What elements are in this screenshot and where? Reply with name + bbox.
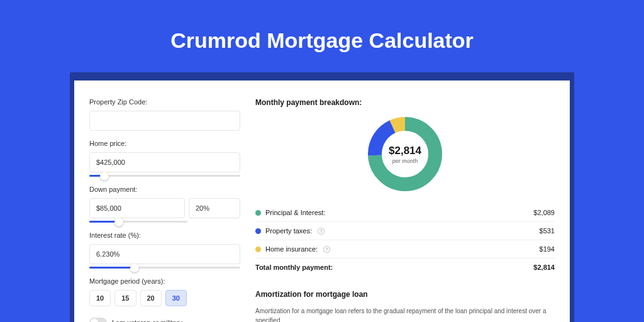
period-30-button[interactable]: 30 — [165, 290, 187, 306]
amortization-text: Amortization for a mortgage loan refers … — [255, 306, 555, 322]
zip-label: Property Zip Code: — [89, 98, 240, 106]
legend-label-principal: Principal & Interest: — [265, 209, 325, 216]
period-10-button[interactable]: 10 — [89, 290, 111, 306]
donut-amount: $2,814 — [389, 145, 421, 157]
period-button-group: 10 15 20 30 — [89, 290, 240, 306]
donut-center: $2,814 per month — [389, 145, 421, 164]
down-payment-label: Down payment: — [89, 186, 240, 193]
donut-chart: $2,814 per month — [367, 116, 443, 192]
donut-sub: per month — [389, 158, 421, 164]
down-payment-input[interactable] — [89, 198, 185, 218]
calculator-card: Property Zip Code: Home price: Down paym… — [74, 80, 570, 322]
down-payment-slider-thumb[interactable] — [114, 218, 123, 226]
home-price-label: Home price: — [89, 140, 240, 147]
legend-row-principal: Principal & Interest: $2,089 — [255, 204, 555, 222]
down-payment-group: Down payment: — [89, 186, 240, 223]
legend-dot-insurance — [255, 247, 261, 252]
down-payment-pct-input[interactable] — [189, 198, 240, 218]
legend-label-total: Total monthly payment: — [255, 264, 333, 271]
period-15-button[interactable]: 15 — [114, 290, 136, 306]
legend-label-taxes: Property taxes: — [265, 227, 312, 235]
legend-value-total: $2,814 — [533, 264, 555, 271]
legend-row-total: Total monthly payment: $2,814 — [255, 258, 555, 276]
mortgage-period-group: Mortgage period (years): 10 15 20 30 — [89, 277, 240, 306]
legend-value-taxes: $531 — [540, 227, 555, 235]
legend-row-taxes: Property taxes: ? $531 — [255, 222, 555, 240]
breakdown-title: Monthly payment breakdown: — [255, 98, 555, 107]
donut-chart-wrap: $2,814 per month — [255, 116, 555, 192]
legend-value-principal: $2,089 — [533, 209, 555, 216]
interest-rate-slider[interactable] — [89, 267, 240, 269]
interest-rate-label: Interest rate (%): — [89, 231, 240, 239]
veteran-toggle-row: I am veteran or military — [89, 318, 240, 322]
amortization-section: Amortization for mortgage loan Amortizat… — [255, 290, 555, 322]
veteran-toggle-thumb — [91, 319, 98, 322]
home-price-input[interactable] — [89, 152, 240, 172]
zip-field-group: Property Zip Code: — [89, 98, 240, 131]
help-icon[interactable]: ? — [323, 246, 330, 253]
mortgage-period-label: Mortgage period (years): — [89, 277, 240, 285]
veteran-toggle-label: I am veteran or military — [112, 319, 182, 322]
amortization-title: Amortization for mortgage loan — [255, 290, 555, 299]
legend-label-insurance: Home insurance: — [265, 245, 318, 253]
interest-rate-input[interactable] — [89, 244, 240, 264]
input-column: Property Zip Code: Home price: Down paym… — [89, 98, 240, 322]
home-price-slider[interactable] — [89, 175, 240, 177]
period-20-button[interactable]: 20 — [140, 290, 162, 306]
interest-rate-slider-thumb[interactable] — [130, 264, 139, 272]
interest-rate-group: Interest rate (%): — [89, 231, 240, 269]
home-price-slider-thumb[interactable] — [100, 172, 109, 180]
down-payment-slider[interactable] — [89, 221, 187, 223]
legend-value-insurance: $194 — [540, 245, 555, 253]
help-icon[interactable]: ? — [318, 228, 325, 235]
home-price-group: Home price: — [89, 140, 240, 177]
veteran-toggle[interactable] — [89, 318, 107, 322]
zip-input[interactable] — [89, 111, 240, 131]
page-title: Crumrod Mortgage Calculator — [0, 0, 644, 70]
legend-row-insurance: Home insurance: ? $194 — [255, 240, 555, 258]
legend-dot-taxes — [255, 228, 261, 234]
breakdown-column: Monthly payment breakdown: $2,814 per mo… — [255, 98, 555, 322]
legend-dot-principal — [255, 210, 261, 216]
